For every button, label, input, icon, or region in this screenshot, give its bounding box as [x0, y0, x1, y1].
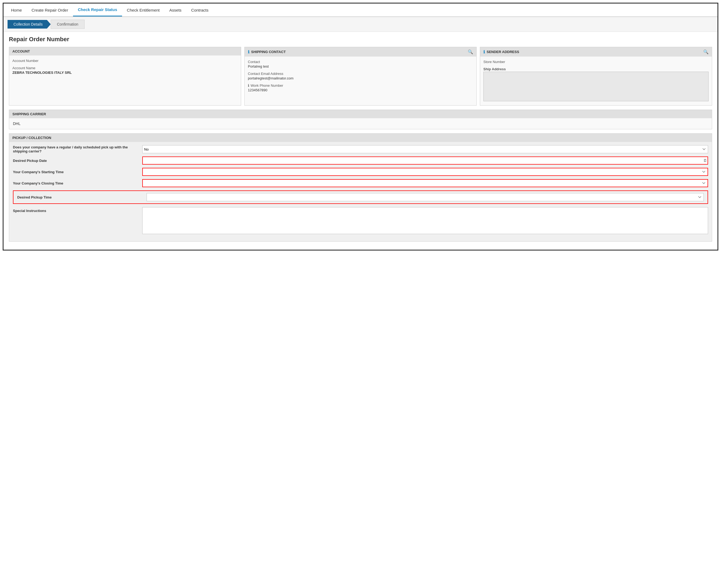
top-navigation: Home Create Repair Order Check Repair St…	[3, 3, 718, 17]
nav-check-repair-status[interactable]: Check Repair Status	[73, 3, 122, 17]
desired-pickup-date-label: Desired Pickup Date	[13, 159, 142, 163]
desired-pickup-time-label: Desired Pickup Time	[17, 195, 147, 199]
sender-address-search-icon[interactable]: 🔍	[703, 49, 708, 55]
email-value: portalregtest@mailinator.com	[248, 76, 473, 80]
desired-pickup-date-input[interactable]	[142, 156, 708, 165]
phone-value: 1234567890	[248, 88, 473, 92]
shipping-contact-search-icon[interactable]: 🔍	[468, 49, 473, 55]
closing-time-row: Your Company's Closing Time	[13, 179, 708, 187]
starting-time-control	[142, 168, 708, 176]
shipping-contact-body: Contact Portalreg test Contact Email Add…	[245, 57, 476, 99]
step-tabs: Collection Details Confirmation	[3, 17, 718, 32]
shipping-carrier-header: SHIPPING CARRIER	[9, 110, 712, 118]
account-name-label: Account Name	[13, 66, 238, 70]
nav-home[interactable]: Home	[6, 4, 27, 16]
shipping-carrier-body: DHL	[9, 118, 712, 129]
phone-label: Work Phone Number	[251, 84, 283, 87]
special-instructions-textarea[interactable]	[142, 207, 708, 234]
sender-address-info-icon: ℹ	[483, 49, 485, 55]
account-header-label: ACCOUNT	[13, 49, 30, 53]
special-instructions-row: Special Instructions	[13, 207, 708, 235]
closing-time-select[interactable]	[142, 179, 708, 187]
date-input-wrapper: 🗓	[142, 156, 708, 165]
nav-assets[interactable]: Assets	[165, 4, 186, 16]
account-name-value: ZEBRA TECHNOLOGIES ITALY SRL	[13, 70, 238, 75]
pickup-section: PICKUP / COLLECTION Does your company ha…	[9, 133, 712, 241]
starting-time-label: Your Company's Starting Time	[13, 170, 142, 174]
scheduled-pickup-label: Does your company have a regular / daily…	[13, 145, 142, 153]
desired-pickup-date-control: 🗓	[142, 156, 708, 165]
starting-time-select[interactable]	[142, 168, 708, 176]
app-container: Home Create Repair Order Check Repair St…	[3, 3, 718, 251]
contact-value: Portalreg test	[248, 64, 473, 68]
sender-address-panel: ℹ SENDER ADDRESS 🔍 Store Number Ship Add…	[480, 47, 712, 106]
desired-pickup-time-control	[147, 193, 704, 201]
desired-pickup-time-highlighted-row: Desired Pickup Time	[13, 190, 708, 204]
sender-address-header: ℹ SENDER ADDRESS 🔍	[480, 47, 712, 57]
nav-check-entitlement[interactable]: Check Entitlement	[122, 4, 165, 16]
page-title: Repair Order Number	[9, 36, 712, 43]
ship-address-label: Ship Address	[483, 67, 708, 71]
special-instructions-control	[142, 207, 708, 235]
shipping-contact-panel: ℹ SHIPPING CONTACT 🔍 Contact Portalreg t…	[244, 47, 477, 106]
starting-time-row: Your Company's Starting Time	[13, 168, 708, 176]
closing-time-label: Your Company's Closing Time	[13, 181, 142, 185]
account-panel: ACCOUNT Account Number Account Name ZEBR…	[9, 47, 241, 106]
calendar-icon[interactable]: 🗓	[703, 159, 707, 163]
shipping-carrier-value: DHL	[13, 122, 20, 126]
info-panels: ACCOUNT Account Number Account Name ZEBR…	[9, 47, 712, 106]
desired-pickup-date-row: Desired Pickup Date 🗓	[13, 156, 708, 165]
account-panel-header: ACCOUNT	[9, 47, 241, 56]
closing-time-control	[142, 179, 708, 187]
scheduled-pickup-row: Does your company have a regular / daily…	[13, 145, 708, 153]
email-label: Contact Email Address	[248, 72, 473, 76]
store-number-label: Store Number	[483, 60, 708, 64]
account-number-label: Account Number	[13, 59, 238, 63]
scheduled-pickup-select[interactable]: No Yes	[142, 145, 708, 153]
phone-info-icon: ℹ	[248, 84, 249, 87]
phone-label-row: ℹ Work Phone Number	[248, 84, 473, 87]
shipping-carrier-section: SHIPPING CARRIER DHL	[9, 110, 712, 129]
page-content: Repair Order Number ACCOUNT Account Numb…	[3, 32, 718, 250]
shipping-contact-header-label: SHIPPING CONTACT	[251, 50, 286, 54]
tab-confirmation[interactable]: Confirmation	[51, 20, 84, 29]
contact-label: Contact	[248, 60, 473, 64]
nav-create-repair-order[interactable]: Create Repair Order	[27, 4, 73, 16]
sender-address-body: Store Number Ship Address	[480, 57, 712, 105]
tab-collection-details[interactable]: Collection Details	[7, 20, 51, 28]
account-panel-body: Account Number Account Name ZEBRA TECHNO…	[9, 56, 241, 81]
scheduled-pickup-control: No Yes	[142, 145, 708, 153]
pickup-body: Does your company have a regular / daily…	[9, 142, 712, 241]
ship-address-textarea[interactable]	[483, 72, 708, 101]
nav-contracts[interactable]: Contracts	[186, 4, 213, 16]
sender-address-header-label: SENDER ADDRESS	[487, 50, 519, 54]
pickup-header: PICKUP / COLLECTION	[9, 133, 712, 142]
special-instructions-label: Special Instructions	[13, 207, 142, 213]
shipping-contact-header: ℹ SHIPPING CONTACT 🔍	[245, 47, 476, 57]
desired-pickup-time-select[interactable]	[147, 193, 704, 201]
shipping-contact-info-icon: ℹ	[248, 49, 249, 55]
